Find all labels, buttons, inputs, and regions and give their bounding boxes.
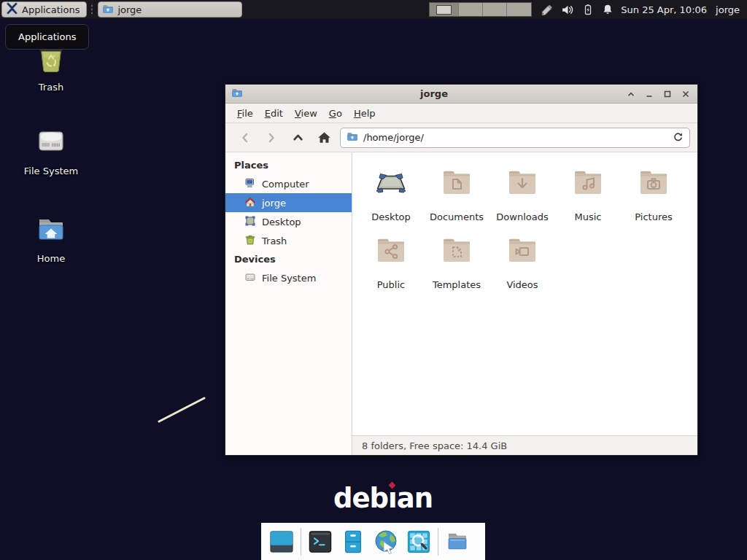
- volume-icon[interactable]: [562, 4, 574, 16]
- debian-logo: debıan: [333, 483, 433, 514]
- workspace-pager: [429, 2, 532, 17]
- desktop-special-icon: [374, 166, 409, 203]
- forward-button[interactable]: [261, 128, 282, 148]
- sidebar-header-places: Places: [225, 156, 352, 174]
- sidebar-item-label: Trash: [262, 236, 287, 246]
- folder-item-desktop[interactable]: Desktop: [358, 166, 424, 222]
- sidebar: Places Computer jorge Desktop: [225, 152, 352, 455]
- window-title: jorge: [243, 88, 625, 99]
- desktop-icon-label: Home: [37, 253, 65, 264]
- home-button[interactable]: [314, 128, 334, 148]
- folder-item-public[interactable]: Public: [358, 233, 424, 290]
- show-desktop-button[interactable]: [268, 528, 295, 556]
- up-button[interactable]: [287, 128, 308, 148]
- folder-icon: [102, 3, 114, 17]
- notification-bell-icon[interactable]: [602, 4, 614, 15]
- desktop-icon: [244, 215, 256, 229]
- file-list-view: Desktop Documents: [352, 152, 697, 435]
- applications-menu-button[interactable]: Applications: [1, 1, 87, 18]
- home-icon: [244, 196, 256, 210]
- folder-item-videos[interactable]: Videos: [489, 233, 555, 290]
- debian-logo-text: an: [397, 483, 433, 514]
- folder-label: Templates: [433, 279, 481, 290]
- sidebar-item-computer[interactable]: Computer: [225, 174, 352, 193]
- web-browser-launcher[interactable]: [372, 528, 400, 556]
- battery-icon[interactable]: [582, 4, 594, 15]
- sidebar-item-trash[interactable]: Trash: [225, 231, 352, 250]
- folder-item-downloads[interactable]: Downloads: [489, 166, 555, 222]
- location-path[interactable]: /home/jorge/: [363, 132, 667, 143]
- folder-item-templates[interactable]: Templates: [424, 233, 489, 290]
- applications-label: Applications: [22, 4, 80, 15]
- debian-logo-text: deb: [333, 483, 388, 514]
- app-finder-launcher[interactable]: [405, 528, 433, 556]
- toolbar: /home/jorge/: [225, 123, 697, 152]
- panel-clock[interactable]: Sun 25 Apr, 10:06: [621, 4, 707, 15]
- location-bar[interactable]: /home/jorge/: [340, 128, 690, 148]
- window-titlebar[interactable]: jorge: [225, 85, 697, 104]
- file-manager-launcher[interactable]: [444, 528, 471, 556]
- maximize-button[interactable]: [662, 88, 673, 100]
- menu-help[interactable]: Help: [348, 105, 382, 122]
- task-button-label: jorge: [117, 4, 142, 15]
- menu-view[interactable]: View: [289, 105, 323, 122]
- desktop-stray-line: [153, 394, 212, 427]
- back-button[interactable]: [235, 128, 255, 148]
- documents-folder-icon: [439, 166, 474, 203]
- minimize-button[interactable]: [643, 88, 655, 100]
- folder-label: Music: [575, 211, 602, 222]
- applications-tooltip: Applications: [5, 24, 89, 50]
- workspace-4[interactable]: [507, 3, 531, 16]
- folder-item-documents[interactable]: Documents: [424, 166, 489, 222]
- panel-separator: [89, 3, 94, 16]
- desktop-icon-home[interactable]: Home: [16, 211, 86, 264]
- folder-item-pictures[interactable]: Pictures: [621, 166, 686, 222]
- videos-folder-icon: [505, 233, 540, 271]
- bottom-dock: [261, 523, 485, 560]
- reload-icon[interactable]: [673, 131, 684, 144]
- downloads-folder-icon: [505, 166, 540, 203]
- input-tablet-icon[interactable]: [541, 3, 554, 16]
- folder-label: Documents: [430, 211, 484, 222]
- folder-item-music[interactable]: Music: [555, 166, 621, 222]
- main-column: Desktop Documents: [352, 152, 697, 455]
- workspace-3[interactable]: [483, 3, 507, 16]
- file-manager-window: jorge File Edit View Go Help: [225, 84, 698, 456]
- workspace-window-preview: [436, 5, 452, 15]
- computer-icon: [244, 177, 256, 191]
- system-tray: [541, 3, 614, 16]
- folder-label: Desktop: [371, 211, 411, 222]
- sidebar-item-label: Desktop: [262, 217, 301, 228]
- menu-edit[interactable]: Edit: [259, 105, 289, 122]
- panel-user-menu[interactable]: jorge: [716, 4, 740, 15]
- file-cabinet-launcher[interactable]: [339, 528, 367, 556]
- desktop-icon-label: Trash: [39, 82, 63, 93]
- dock-separator: [438, 528, 438, 556]
- window-icon: [231, 87, 243, 101]
- statusbar-text: 8 folders, Free space: 14.4 GiB: [362, 440, 507, 451]
- top-panel: Applications jorge Sun 25 Apr, 10:06 jor…: [0, 0, 747, 19]
- workspace-1[interactable]: [430, 3, 459, 16]
- folder-label: Videos: [506, 279, 538, 290]
- menu-go[interactable]: Go: [323, 105, 348, 122]
- taskbar-window-button[interactable]: jorge: [98, 1, 242, 18]
- sidebar-item-label: Computer: [262, 179, 309, 190]
- sidebar-item-desktop[interactable]: Desktop: [225, 212, 352, 231]
- menu-file[interactable]: File: [231, 105, 259, 122]
- drive-icon: [244, 271, 256, 285]
- desktop-icon-file-system[interactable]: File System: [16, 124, 86, 176]
- folder-label: Public: [377, 279, 405, 290]
- terminal-launcher[interactable]: [306, 528, 334, 556]
- workspace-2[interactable]: [459, 3, 483, 16]
- shade-button[interactable]: [625, 88, 637, 100]
- statusbar: 8 folders, Free space: 14.4 GiB: [352, 435, 697, 455]
- debian-logo-i: ı: [388, 483, 397, 514]
- folder-icon: [347, 131, 358, 144]
- desktop-icon-label: File System: [24, 166, 78, 176]
- dock-separator: [301, 528, 301, 556]
- sidebar-item-file-system[interactable]: File System: [225, 268, 352, 287]
- folder-label: Pictures: [635, 211, 672, 222]
- music-folder-icon: [570, 166, 605, 203]
- sidebar-item-jorge[interactable]: jorge: [225, 193, 352, 212]
- close-button[interactable]: [680, 88, 692, 100]
